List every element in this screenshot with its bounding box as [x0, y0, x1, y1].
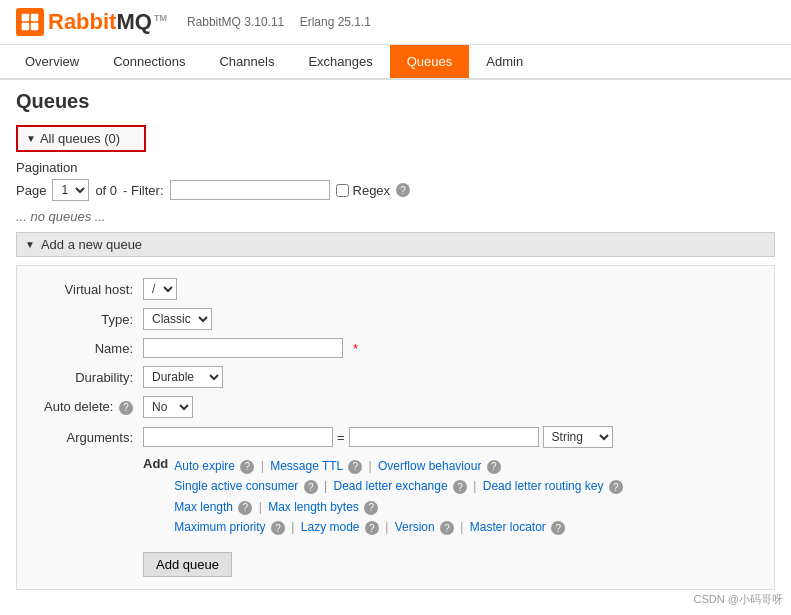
name-label: Name:: [33, 341, 143, 356]
hint-lazy-mode[interactable]: Lazy mode: [301, 520, 360, 534]
hint-version[interactable]: Version: [395, 520, 435, 534]
main-nav: Overview Connections Channels Exchanges …: [0, 45, 791, 80]
page-title: Queues: [0, 80, 791, 117]
add-queue-button[interactable]: Add queue: [143, 552, 232, 577]
maximum-priority-help-icon[interactable]: ?: [271, 521, 285, 535]
hint-max-length[interactable]: Max length: [174, 500, 233, 514]
auto-delete-select[interactable]: No Yes: [143, 396, 193, 418]
durability-row: Durability: Durable Transient: [33, 366, 758, 388]
hint-master-locator[interactable]: Master locator: [470, 520, 546, 534]
nav-overview[interactable]: Overview: [8, 45, 96, 78]
args-eq: =: [337, 430, 345, 445]
page-header: RabbitMQTM RabbitMQ 3.10.11 Erlang 25.1.…: [0, 0, 791, 45]
durability-control: Durable Transient: [143, 366, 223, 388]
hint-auto-expire[interactable]: Auto expire: [174, 459, 235, 473]
auto-delete-label: Auto delete: ?: [33, 399, 143, 415]
hint-max-length-bytes[interactable]: Max length bytes: [268, 500, 359, 514]
svg-rect-0: [22, 14, 30, 22]
hint-dead-letter-routing-key[interactable]: Dead letter routing key: [483, 479, 604, 493]
auto-delete-help-icon[interactable]: ?: [119, 401, 133, 415]
args-key-input[interactable]: [143, 427, 333, 447]
version-info: RabbitMQ 3.10.11 Erlang 25.1.1: [187, 15, 383, 29]
virtual-host-select[interactable]: /: [143, 278, 177, 300]
message-ttl-help-icon[interactable]: ?: [348, 460, 362, 474]
regex-label: Regex ?: [336, 183, 411, 198]
args-type-select[interactable]: String Number Boolean: [543, 426, 613, 448]
add-queue-label: Add a new queue: [41, 237, 142, 252]
add-queue-section-header[interactable]: ▼ Add a new queue: [16, 232, 775, 257]
type-select[interactable]: Classic: [143, 308, 212, 330]
all-queues-section[interactable]: ▼ All queues (0): [16, 125, 146, 152]
nav-connections[interactable]: Connections: [96, 45, 202, 78]
hint-maximum-priority[interactable]: Maximum priority: [174, 520, 265, 534]
rabbitmq-version: RabbitMQ 3.10.11: [187, 15, 284, 29]
no-queues-message: ... no queues ...: [16, 209, 775, 224]
args-hints: Auto expire ? | Message TTL ? | Overflow…: [174, 456, 623, 538]
nav-queues[interactable]: Queues: [390, 45, 470, 78]
auto-expire-help-icon[interactable]: ?: [240, 460, 254, 474]
auto-delete-row: Auto delete: ? No Yes: [33, 396, 758, 418]
svg-rect-1: [31, 14, 39, 22]
add-queue-arrow: ▼: [25, 239, 35, 250]
virtual-host-row: Virtual host: /: [33, 278, 758, 300]
name-row: Name: *: [33, 338, 758, 358]
filter-label: - Filter:: [123, 183, 163, 198]
auto-delete-control: No Yes: [143, 396, 193, 418]
logo-text: RabbitMQTM: [48, 9, 167, 35]
filter-input[interactable]: [170, 180, 330, 200]
max-length-bytes-help-icon[interactable]: ?: [364, 501, 378, 515]
pagination-row: Page 1 of 0 - Filter: Regex ?: [16, 179, 775, 201]
master-locator-help-icon[interactable]: ?: [551, 521, 565, 535]
dead-letter-exchange-help-icon[interactable]: ?: [453, 480, 467, 494]
args-add-row: Add Auto expire ? | Message TTL ? | Over…: [143, 456, 758, 538]
name-control: *: [143, 338, 358, 358]
add-args-label: Add: [143, 456, 168, 471]
hint-single-active-consumer[interactable]: Single active consumer: [174, 479, 298, 493]
durability-label: Durability:: [33, 370, 143, 385]
svg-rect-2: [22, 23, 30, 31]
name-input[interactable]: [143, 338, 343, 358]
of-label: of 0: [95, 183, 117, 198]
virtual-host-label: Virtual host:: [33, 282, 143, 297]
virtual-host-control: /: [143, 278, 177, 300]
regex-checkbox[interactable]: [336, 184, 349, 197]
lazy-mode-help-icon[interactable]: ?: [365, 521, 379, 535]
hint-overflow-behaviour[interactable]: Overflow behaviour: [378, 459, 481, 473]
nav-channels[interactable]: Channels: [202, 45, 291, 78]
logo-icon: [16, 8, 44, 36]
pagination-label: Pagination: [16, 160, 775, 175]
durability-select[interactable]: Durable Transient: [143, 366, 223, 388]
erlang-version: Erlang 25.1.1: [300, 15, 371, 29]
hint-dead-letter-exchange[interactable]: Dead letter exchange: [334, 479, 448, 493]
single-active-consumer-help-icon[interactable]: ?: [304, 480, 318, 494]
nav-exchanges[interactable]: Exchanges: [291, 45, 389, 78]
max-length-help-icon[interactable]: ?: [238, 501, 252, 515]
args-val-input[interactable]: [349, 427, 539, 447]
overflow-behaviour-help-icon[interactable]: ?: [487, 460, 501, 474]
arguments-label: Arguments:: [33, 430, 143, 445]
all-queues-arrow: ▼: [26, 133, 36, 144]
type-row: Type: Classic: [33, 308, 758, 330]
version-help-icon[interactable]: ?: [440, 521, 454, 535]
required-mark: *: [353, 341, 358, 356]
svg-rect-3: [31, 23, 39, 31]
regex-help-icon[interactable]: ?: [396, 183, 410, 197]
page-select[interactable]: 1: [52, 179, 89, 201]
dead-letter-routing-key-help-icon[interactable]: ?: [609, 480, 623, 494]
content-area: ▼ All queues (0) Pagination Page 1 of 0 …: [0, 125, 791, 590]
type-label: Type:: [33, 312, 143, 327]
hint-message-ttl[interactable]: Message TTL: [270, 459, 343, 473]
add-queue-form: Virtual host: / Type: Classic Name: *: [16, 265, 775, 590]
arguments-inputs: = String Number Boolean: [143, 426, 613, 448]
logo-tm: TM: [154, 13, 167, 23]
logo: RabbitMQTM: [16, 8, 167, 36]
page-label: Page: [16, 183, 46, 198]
all-queues-label: All queues (0): [40, 131, 120, 146]
nav-admin[interactable]: Admin: [469, 45, 540, 78]
arguments-row: Arguments: = String Number Boolean: [33, 426, 758, 448]
type-control: Classic: [143, 308, 212, 330]
